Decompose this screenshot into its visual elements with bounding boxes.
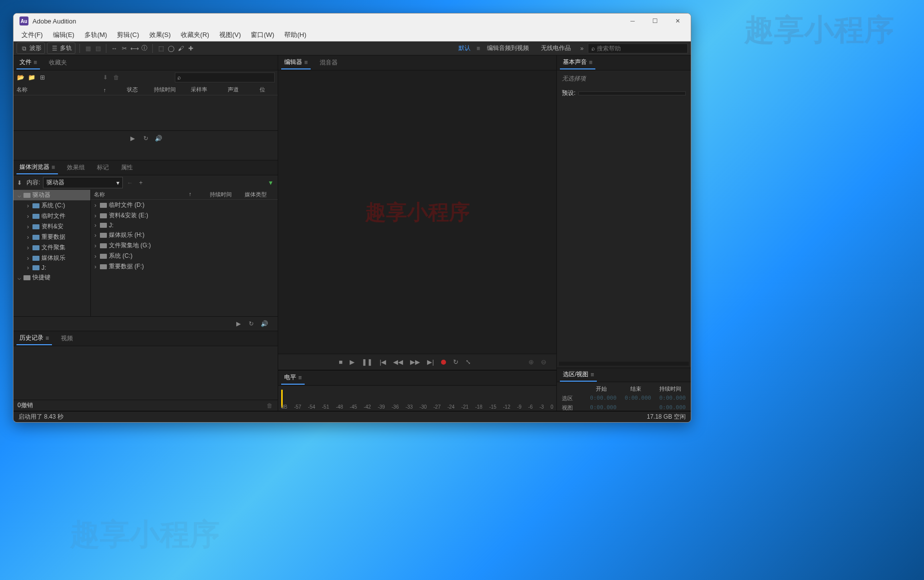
tab-markers[interactable]: 标记 (94, 161, 112, 174)
menu-help[interactable]: 帮助(H) (279, 29, 311, 40)
list-item[interactable]: ›文件聚集地 (G:) (91, 240, 278, 251)
media-list[interactable]: 名称↑ 持续时间 媒体类型 ›临时文件 (D:)›资料&安装 (E:)›J:›媒… (91, 190, 278, 316)
lasso-icon[interactable]: ◯ (167, 44, 175, 52)
import-icon[interactable]: ⬇ (15, 179, 23, 187)
go-to-end-icon[interactable]: ▶| (427, 358, 434, 366)
tab-editor[interactable]: 编辑器≡ (281, 56, 311, 69)
stop-icon[interactable]: ■ (339, 358, 343, 366)
close-button[interactable]: ✕ (666, 13, 689, 28)
tree-item[interactable]: ›重要数据 (13, 232, 90, 242)
marquee-icon[interactable]: ⬚ (157, 44, 165, 52)
tab-video[interactable]: 视频 (58, 332, 76, 345)
tree-item[interactable]: ⌵驱动器 (13, 190, 90, 200)
tree-item[interactable]: ›媒体娱乐 (13, 253, 90, 263)
menu-edit[interactable]: 编辑(E) (48, 29, 79, 40)
spectral-frequency-icon[interactable]: ▦ (84, 44, 92, 52)
tab-selection-view[interactable]: 选区/视图≡ (560, 368, 597, 382)
levels-tab-menu-icon[interactable]: ≡ (298, 374, 302, 381)
back-icon[interactable]: ← (126, 179, 134, 187)
view-duration[interactable]: 0:00.000 (655, 404, 686, 411)
record-icon[interactable] (441, 360, 446, 365)
tab-files[interactable]: 文件≡ (16, 56, 40, 69)
workspace-edit-audio-video[interactable]: 编辑音频到视频 (482, 44, 534, 52)
move-tool-icon[interactable]: ↔ (110, 44, 118, 52)
menu-clip[interactable]: 剪辑(C) (112, 29, 144, 40)
rewind-icon[interactable]: ◀◀ (393, 358, 403, 366)
tab-media-browser[interactable]: 媒体浏览器≡ (16, 161, 58, 174)
insert-into-multitrack-icon[interactable]: ⬇ (101, 73, 109, 81)
selection-end[interactable]: 0:00.000 (620, 395, 651, 402)
time-selection-icon[interactable]: Ⓘ (140, 44, 148, 52)
list-item[interactable]: ›重要数据 (F:) (91, 261, 278, 272)
zoom-in-icon[interactable]: ⊕ (528, 358, 534, 366)
menu-multitrack[interactable]: 多轨(M) (79, 29, 112, 40)
list-item[interactable]: ›系统 (C:) (91, 251, 278, 261)
media-tab-menu-icon[interactable]: ≡ (51, 164, 55, 171)
history-tab-menu-icon[interactable]: ≡ (45, 335, 49, 342)
heal-icon[interactable]: ✚ (187, 44, 195, 52)
autoplay-icon[interactable]: 🔊 (261, 320, 268, 327)
editor-tab-menu-icon[interactable]: ≡ (304, 59, 308, 66)
menu-window[interactable]: 窗口(W) (246, 29, 279, 40)
preset-dropdown[interactable] (578, 91, 686, 95)
files-tab-menu-icon[interactable]: ≡ (33, 59, 37, 66)
levels-meter[interactable]: dB-57-54-51-48-45-42-39-36-33-30-27-24-2… (278, 386, 556, 411)
workspace-overflow-icon[interactable]: » (578, 44, 586, 52)
help-search[interactable]: ⌕ (588, 43, 688, 53)
selection-start[interactable]: 0:00.000 (586, 395, 616, 402)
tab-history[interactable]: 历史记录≡ (16, 332, 52, 345)
workspace-default-menu-icon[interactable]: ≡ (476, 45, 480, 52)
new-file-icon[interactable]: ⊞ (38, 73, 46, 81)
tree-item[interactable]: ›临时文件 (13, 211, 90, 221)
pause-icon[interactable]: ❚❚ (362, 358, 373, 366)
tab-essential-sound[interactable]: 基本声音≡ (560, 56, 595, 69)
open-file-icon[interactable]: 📂 (16, 73, 24, 81)
tab-mixer[interactable]: 混音器 (317, 56, 341, 69)
forward-icon[interactable]: ▶▶ (410, 358, 420, 366)
razor-tool-icon[interactable]: ✂ (120, 44, 128, 52)
menu-file[interactable]: 文件(F) (16, 29, 48, 40)
tab-effects-rack[interactable]: 效果组 (64, 161, 88, 174)
loop-icon[interactable]: ↻ (453, 358, 459, 366)
tab-levels[interactable]: 电平≡ (281, 371, 305, 385)
editor-canvas[interactable]: 趣享小程序 (278, 70, 556, 354)
list-item[interactable]: ›媒体娱乐 (H:) (91, 230, 278, 240)
tree-item[interactable]: ›系统 (C:) (13, 200, 90, 211)
play-icon[interactable]: ▶ (350, 358, 355, 366)
tree-item[interactable]: ›文件聚集 (13, 242, 90, 253)
view-start[interactable]: 0:00.000 (586, 404, 616, 411)
selview-menu-icon[interactable]: ≡ (590, 371, 594, 378)
loop-icon[interactable]: ↻ (248, 320, 255, 327)
content-dropdown[interactable]: 驱动器▾ (43, 177, 123, 188)
files-column-headers[interactable]: 名称↑ 状态 持续时间 采样率 声道 位 (13, 84, 278, 95)
menu-favorites[interactable]: 收藏夹(R) (176, 29, 214, 40)
loop-icon[interactable]: ↻ (142, 135, 149, 142)
essential-sound-menu-icon[interactable]: ≡ (589, 59, 592, 66)
play-icon[interactable]: ▶ (129, 135, 136, 142)
multitrack-view-button[interactable]: ☰ 多轨 (47, 42, 75, 54)
delete-icon[interactable]: 🗑 (112, 73, 120, 81)
minimize-button[interactable]: ─ (621, 13, 644, 28)
selection-duration[interactable]: 0:00.000 (655, 395, 686, 402)
import-file-icon[interactable]: 📁 (27, 73, 35, 81)
play-icon[interactable]: ▶ (235, 320, 242, 327)
list-item[interactable]: ›资料&安装 (E:) (91, 210, 278, 221)
filter-icon[interactable]: ▼ (267, 179, 275, 187)
menu-effects[interactable]: 效果(S) (144, 29, 176, 40)
tree-item[interactable]: ›资料&安 (13, 221, 90, 232)
files-search[interactable]: ⌕ (175, 72, 275, 82)
help-search-input[interactable] (597, 45, 684, 52)
waveform-view-button[interactable]: ⧉ 波形 (16, 42, 45, 54)
brush-icon[interactable]: 🖌 (177, 44, 185, 52)
go-to-start-icon[interactable]: |◀ (380, 358, 386, 366)
spectral-pitch-icon[interactable]: ▤ (94, 44, 102, 52)
media-tree[interactable]: ⌵驱动器›系统 (C:)›临时文件›资料&安›重要数据›文件聚集›媒体娱乐›J:… (13, 190, 91, 316)
tab-properties[interactable]: 属性 (118, 161, 136, 174)
autoplay-icon[interactable]: 🔊 (155, 135, 162, 142)
add-shortcut-icon[interactable]: ＋ (137, 179, 145, 187)
skip-selection-icon[interactable]: ⤡ (465, 358, 471, 366)
tab-favorites[interactable]: 收藏夹 (46, 56, 70, 69)
zoom-out-icon[interactable]: ⊖ (541, 358, 546, 366)
workspace-radio[interactable]: 无线电作品 (536, 44, 576, 52)
slip-tool-icon[interactable]: ⟷ (130, 44, 138, 52)
